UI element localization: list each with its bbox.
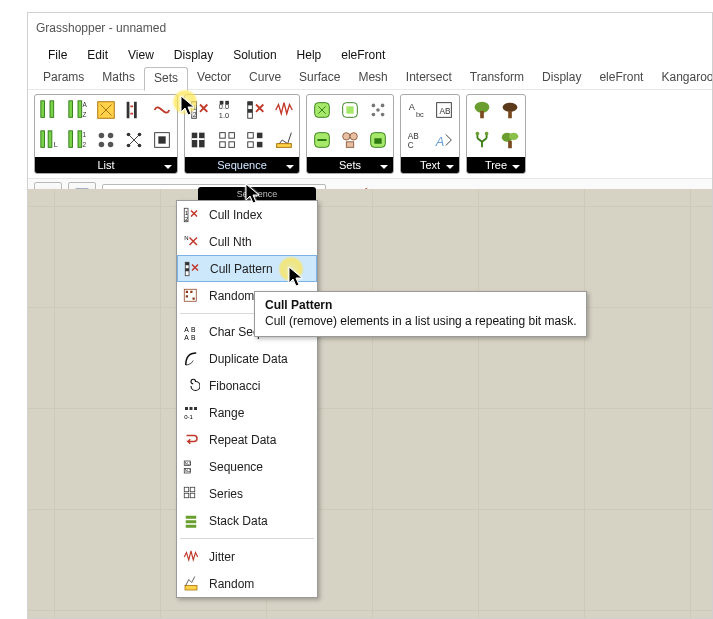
svg-text:A: A [83,101,88,108]
tab-kangaroo2[interactable]: Kangaroo2 [652,67,713,89]
list-length-icon[interactable]: L [37,127,63,153]
tab-display[interactable]: Display [533,67,590,89]
svg-text:AB: AB [439,107,451,116]
concatenate-icon[interactable]: Abc [403,97,429,123]
svg-point-59 [381,113,385,117]
menuitem-sequence[interactable]: N-1N-2 Sequence [177,453,317,480]
text-join-icon[interactable]: A [431,127,457,153]
svg-rect-113 [185,585,197,590]
menuitem-series[interactable]: Series [177,480,317,507]
canvas[interactable] [28,189,712,618]
flatten-tree-icon[interactable] [469,97,495,123]
member-index-icon[interactable] [337,127,363,153]
text-case-icon[interactable]: ABC [403,127,429,153]
svg-rect-6 [69,101,73,118]
panel-sets-label: Sets [339,159,361,171]
svg-rect-2 [50,101,54,118]
char-sequence-icon[interactable] [187,127,213,153]
list-item-icon[interactable]: N [37,97,63,123]
svg-rect-88 [185,268,189,271]
graft-tree-icon[interactable] [469,127,495,153]
panel-sets-dropdown-icon[interactable] [379,160,389,170]
menuitem-label: Repeat Data [209,433,276,447]
highlight-ring [278,256,304,282]
panel-text-dropdown-icon[interactable] [445,160,455,170]
menuitem-label: Jitter [209,550,235,564]
tab-curve[interactable]: Curve [240,67,290,89]
create-set-icon[interactable] [365,97,391,123]
stack-data-icon [181,511,201,531]
menuitem-label: Random [209,577,254,591]
cull-pattern-icon[interactable] [243,97,269,123]
tab-params[interactable]: Params [34,67,93,89]
delete-consecutive-icon[interactable] [365,127,391,153]
svg-rect-98 [185,407,188,410]
menu-help[interactable]: Help [287,43,332,67]
menu-solution[interactable]: Solution [223,43,286,67]
tab-mesh[interactable]: Mesh [349,67,396,89]
svg-text:B: B [191,326,196,333]
svg-rect-43 [248,109,253,113]
panel-seq-dropdown-icon[interactable] [285,160,295,170]
tab-sets[interactable]: Sets [144,67,188,91]
tab-vector[interactable]: Vector [188,67,240,89]
panel-list-dropdown-icon[interactable] [163,160,173,170]
tab-elefront[interactable]: eleFront [590,67,652,89]
svg-rect-35 [220,101,224,105]
duplicate-data-icon[interactable] [243,127,269,153]
menu-edit[interactable]: Edit [77,43,118,67]
insert-items-icon[interactable] [121,127,147,153]
svg-text:N-1: N-1 [185,461,191,465]
svg-rect-20 [134,102,137,119]
menuitem-range[interactable]: 0-1 Range [177,399,317,426]
menu-file[interactable]: File [38,43,77,67]
ribbon: N L AZ 12 List 12 0.01.0 [28,90,712,178]
partition-list-icon[interactable] [93,97,119,123]
series-icon [181,484,201,504]
menuitem-repeat-data[interactable]: Repeat Data [177,426,317,453]
menu-elefront[interactable]: eleFront [331,43,395,67]
svg-text:1: 1 [185,210,188,216]
explode-tree-icon[interactable] [497,97,523,123]
jitter-icon[interactable] [271,97,297,123]
set-difference-icon[interactable] [309,127,335,153]
menu-display[interactable]: Display [164,43,223,67]
panel-tree-dropdown-icon[interactable] [511,160,521,170]
menuitem-random[interactable]: Random [177,570,317,597]
menuitem-cull-nth[interactable]: N Cull Nth [177,228,317,255]
tab-maths[interactable]: Maths [93,67,144,89]
dispatch-icon[interactable] [121,97,147,123]
svg-rect-112 [186,524,197,527]
svg-text:A: A [409,102,416,112]
svg-text:Z: Z [83,111,87,118]
menu-view[interactable]: View [118,43,164,67]
merge-tree-icon[interactable] [497,127,523,153]
menuitem-stack-data[interactable]: Stack Data [177,507,317,534]
tab-transform[interactable]: Transform [461,67,533,89]
text-split-icon[interactable]: AB [431,97,457,123]
svg-rect-37 [220,133,226,139]
svg-rect-100 [194,407,197,410]
range-icon[interactable]: 0.01.0 [215,97,241,123]
replace-items-icon[interactable] [149,127,175,153]
svg-point-71 [476,132,480,136]
tab-surface[interactable]: Surface [290,67,349,89]
svg-rect-36 [225,101,229,105]
shift-list-icon[interactable] [93,127,119,153]
random-icon[interactable] [271,127,297,153]
svg-rect-46 [257,133,263,139]
svg-point-57 [381,104,385,108]
set-union-icon[interactable] [309,97,335,123]
reverse-list-icon[interactable]: 12 [65,127,91,153]
svg-point-58 [372,113,376,117]
menuitem-duplicate-data[interactable]: Duplicate Data [177,345,317,372]
tab-intersect[interactable]: Intersect [397,67,461,89]
sort-list-icon[interactable]: AZ [65,97,91,123]
menuitem-fibonacci[interactable]: Fibonacci [177,372,317,399]
menuitem-cull-index[interactable]: 12 Cull Index [177,201,317,228]
menuitem-jitter[interactable]: Jitter [177,543,317,570]
svg-rect-19 [127,102,130,119]
set-intersection-icon[interactable] [337,97,363,123]
jitter-icon [181,547,201,567]
series-icon[interactable] [215,127,241,153]
